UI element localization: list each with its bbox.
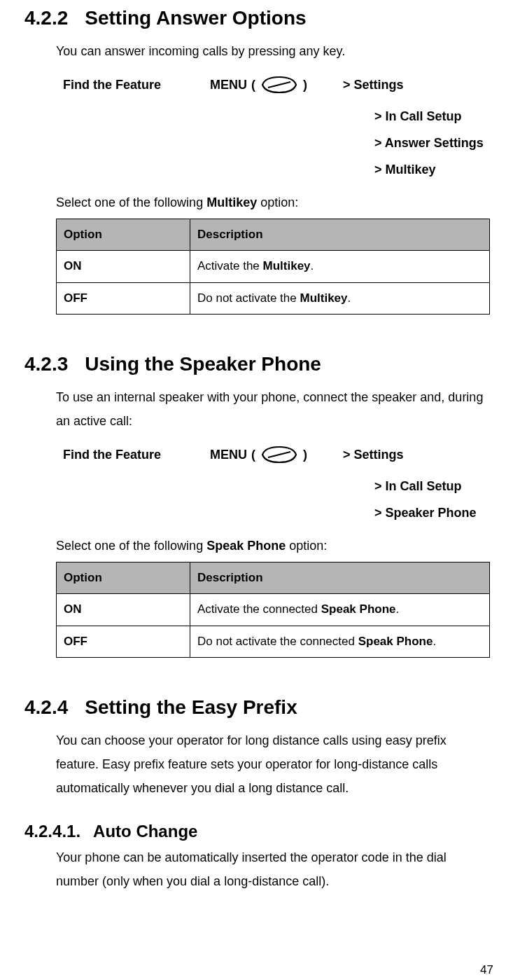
subsection-body: Your phone can be automatically inserted… (56, 846, 489, 893)
menu-key-icon (260, 75, 299, 95)
nav-step: > In Call Setup (374, 104, 489, 130)
option-name: ON (57, 251, 190, 282)
text-bold: Speak Phone (358, 635, 433, 648)
option-desc: Activate the Multikey. (190, 251, 490, 282)
select-instruction: Select one of the following Speak Phone … (56, 534, 489, 558)
text-bold: Multikey (263, 259, 311, 272)
open-paren: ( (251, 443, 255, 467)
find-feature-row: Find the Feature MENU ( ) > Settings (56, 443, 489, 467)
table-header-row: Option Description (57, 563, 490, 594)
nav-steps: > In Call Setup > Speaker Phone (374, 474, 489, 527)
menu-label: MENU ( ) (210, 443, 343, 467)
text: Activate the connected (197, 602, 321, 616)
nav-step: > Settings (343, 73, 483, 97)
text: option: (257, 195, 298, 209)
text: . (311, 259, 314, 272)
text: . (433, 635, 436, 648)
text: Select one of the following (56, 195, 206, 209)
find-feature-label: Find the Feature (56, 73, 210, 97)
section-heading: 4.2.2 Setting Answer Options (24, 7, 489, 29)
subsection-title: Auto Change (93, 822, 197, 841)
close-paren: ) (303, 73, 307, 97)
text-bold: Speak Phone (206, 539, 286, 553)
section-heading: 4.2.3 Using the Speaker Phone (24, 353, 489, 375)
menu-label: MENU ( ) (210, 73, 343, 97)
section-number: 4.2.2 (24, 7, 68, 29)
section-heading: 4.2.4 Setting the Easy Prefix (24, 696, 489, 719)
section-intro: You can answer incoming calls by pressin… (56, 39, 489, 63)
find-feature-label: Find the Feature (56, 443, 210, 467)
text: . (396, 602, 400, 616)
close-paren: ) (303, 443, 307, 467)
option-desc: Do not activate the Multikey. (190, 282, 490, 314)
section-intro: To use an internal speaker with your pho… (56, 385, 489, 433)
text-bold: Multikey (300, 291, 347, 305)
text: . (348, 291, 351, 305)
table-row: ON Activate the connected Speak Phone. (57, 594, 490, 626)
section-intro: You can choose your operator for long di… (56, 729, 489, 801)
text: Activate the (197, 259, 263, 272)
option-name: OFF (57, 626, 190, 657)
text: Do not activate the (197, 291, 300, 305)
section-title: Setting the Easy Prefix (85, 696, 297, 719)
options-table: Option Description ON Activate the conne… (56, 562, 490, 658)
section-body: You can choose your operator for long di… (56, 729, 489, 801)
find-feature-row: Find the Feature MENU ( ) > Settings (56, 73, 489, 97)
open-paren: ( (251, 73, 255, 97)
nav-step: > In Call Setup (374, 474, 489, 500)
menu-word: MENU (210, 73, 247, 97)
menu-key-icon (260, 445, 299, 464)
nav-steps: > In Call Setup > Answer Settings > Mult… (374, 104, 489, 183)
text: Select one of the following (56, 539, 206, 553)
table-row: OFF Do not activate the Multikey. (57, 282, 490, 314)
section-body: You can answer incoming calls by pressin… (56, 39, 489, 315)
table-header-row: Option Description (57, 219, 490, 250)
menu-word: MENU (210, 443, 247, 467)
table-row: ON Activate the Multikey. (57, 251, 490, 282)
text: option: (286, 539, 327, 553)
text: Do not activate the connected (197, 635, 358, 648)
table-header: Option (57, 219, 190, 250)
text-bold: Multikey (206, 195, 257, 209)
table-header: Option (57, 563, 190, 594)
option-name: ON (57, 594, 190, 626)
options-table: Option Description ON Activate the Multi… (56, 219, 490, 315)
option-name: OFF (57, 282, 190, 314)
table-row: OFF Do not activate the connected Speak … (57, 626, 490, 657)
section-number: 4.2.4 (24, 696, 68, 719)
section-body: To use an internal speaker with your pho… (56, 385, 489, 658)
subsection-intro: Your phone can be automatically inserted… (56, 846, 489, 893)
nav-step: > Answer Settings (374, 130, 489, 157)
option-desc: Activate the connected Speak Phone. (190, 594, 490, 626)
section-title: Using the Speaker Phone (85, 353, 321, 375)
section-title: Setting Answer Options (85, 7, 306, 29)
table-header: Description (190, 219, 490, 250)
subsection-number: 4.2.4.1. (24, 822, 80, 841)
nav-step: > Speaker Phone (374, 500, 489, 527)
subsection-heading: 4.2.4.1. Auto Change (24, 822, 489, 841)
section-number: 4.2.3 (24, 353, 68, 375)
manual-page: 4.2.2 Setting Answer Options You can ans… (0, 7, 513, 980)
nav-step: > Settings (343, 443, 483, 467)
option-desc: Do not activate the connected Speak Phon… (190, 626, 490, 657)
select-instruction: Select one of the following Multikey opt… (56, 191, 489, 214)
nav-step: > Multikey (374, 157, 489, 184)
page-number: 47 (480, 963, 493, 977)
table-header: Description (190, 563, 490, 594)
text-bold: Speak Phone (321, 602, 396, 616)
